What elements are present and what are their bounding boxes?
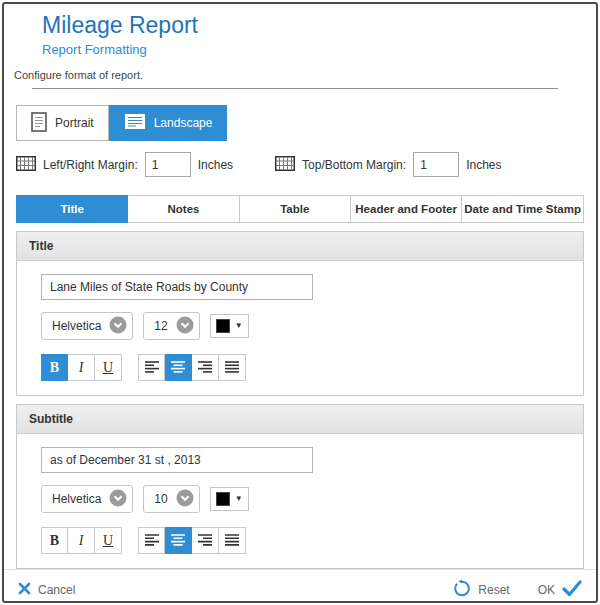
underline-button[interactable]: U	[95, 354, 122, 381]
caret-down-icon: ▼	[235, 495, 243, 503]
title-font-size-value: 12	[154, 319, 167, 333]
page-title: Mileage Report	[42, 12, 596, 39]
caret-down-icon: ▼	[235, 322, 243, 330]
title-font-row: Helvetica 12 ▼	[41, 312, 559, 340]
title-font-size-dropdown[interactable]: 12	[143, 312, 199, 340]
left-right-margin-label: Left/Right Margin:	[43, 158, 138, 172]
mileage-report-dialog: Mileage Report Report Formatting Configu…	[2, 2, 598, 603]
title-panel-header: Title	[17, 232, 583, 261]
portrait-button[interactable]: Portrait	[16, 105, 109, 141]
subtitle-panel-header: Subtitle	[17, 405, 583, 434]
title-text-input[interactable]	[41, 274, 313, 300]
align-left-icon	[145, 360, 159, 376]
landscape-button[interactable]: Landscape	[109, 105, 228, 141]
top-bottom-margin-label: Top/Bottom Margin:	[302, 158, 406, 172]
tab-title[interactable]: Title	[16, 195, 128, 223]
orientation-toggle: Portrait Landscape	[16, 105, 584, 141]
align-right-icon	[198, 360, 212, 376]
align-center-button[interactable]	[165, 527, 192, 554]
page-subtitle: Report Formatting	[42, 42, 596, 57]
subtitle-font-size-value: 10	[154, 492, 167, 506]
reset-icon	[453, 579, 471, 600]
subtitle-font-family-dropdown[interactable]: Helvetica	[41, 485, 133, 513]
reset-button[interactable]: Reset	[453, 579, 509, 600]
top-bottom-margin-input[interactable]	[413, 152, 459, 177]
align-justify-button[interactable]	[219, 527, 246, 554]
cancel-x-icon	[18, 582, 31, 598]
subtitle-style-group: B I U	[41, 527, 122, 554]
top-bottom-margin-units: Inches	[466, 158, 501, 172]
italic-button[interactable]: I	[68, 527, 95, 554]
align-center-icon	[171, 533, 185, 549]
dialog-body: Mileage Report Report Formatting Configu…	[4, 4, 596, 603]
align-center-button[interactable]	[165, 354, 192, 381]
left-right-margin-units: Inches	[198, 158, 233, 172]
underline-button[interactable]: U	[95, 527, 122, 554]
align-right-button[interactable]	[192, 527, 219, 554]
top-bottom-margin-group: Top/Bottom Margin: Inches	[275, 152, 501, 177]
format-tabs: Title Notes Table Header and Footer Date…	[16, 195, 584, 223]
subtitle-panel: Subtitle Helvetica 10	[16, 404, 584, 569]
color-swatch	[216, 319, 230, 333]
align-left-icon	[145, 533, 159, 549]
margins-row: Left/Right Margin: Inches Top/Bottom Mar…	[16, 152, 584, 177]
portrait-page-icon	[31, 112, 47, 135]
subtitle-font-family-value: Helvetica	[52, 492, 101, 506]
ok-button[interactable]: OK	[538, 580, 582, 600]
description-text: Configure format of report.	[14, 69, 596, 81]
tab-notes[interactable]: Notes	[128, 195, 239, 223]
chevron-down-icon	[109, 316, 127, 337]
ok-label: OK	[538, 583, 555, 597]
subtitle-format-row: B I U	[41, 527, 559, 554]
align-justify-icon	[225, 533, 239, 549]
chevron-down-icon	[176, 316, 194, 337]
title-panel-body: Helvetica 12 ▼	[17, 261, 583, 395]
margin-grid-icon	[16, 156, 36, 174]
align-right-button[interactable]	[192, 354, 219, 381]
color-swatch	[216, 492, 230, 506]
chevron-down-icon	[109, 489, 127, 510]
portrait-label: Portrait	[55, 116, 94, 130]
subtitle-align-group	[138, 527, 246, 554]
tab-header-and-footer[interactable]: Header and Footer	[351, 195, 462, 223]
cancel-label: Cancel	[38, 583, 75, 597]
align-justify-icon	[225, 360, 239, 376]
align-center-icon	[171, 360, 185, 376]
margin-grid-icon	[275, 156, 295, 174]
title-panel: Title Helvetica 12	[16, 231, 584, 396]
cancel-button[interactable]: Cancel	[18, 582, 75, 598]
divider-line	[32, 88, 558, 89]
tab-table[interactable]: Table	[240, 195, 351, 223]
left-right-margin-group: Left/Right Margin: Inches	[16, 152, 233, 177]
subtitle-text-input[interactable]	[41, 447, 313, 473]
subtitle-panel-body: Helvetica 10 ▼	[17, 434, 583, 568]
chevron-down-icon	[176, 489, 194, 510]
title-style-group: B I U	[41, 354, 122, 381]
title-format-row: B I U	[41, 354, 559, 381]
ok-check-icon	[562, 580, 582, 600]
landscape-label: Landscape	[154, 116, 213, 130]
subtitle-font-color-picker[interactable]: ▼	[210, 487, 249, 511]
bold-button[interactable]: B	[41, 354, 68, 381]
title-font-family-dropdown[interactable]: Helvetica	[41, 312, 133, 340]
left-right-margin-input[interactable]	[145, 152, 191, 177]
tab-date-and-time-stamp[interactable]: Date and Time Stamp	[462, 195, 584, 223]
align-left-button[interactable]	[138, 527, 165, 554]
title-font-family-value: Helvetica	[52, 319, 101, 333]
title-align-group	[138, 354, 246, 381]
subtitle-font-size-dropdown[interactable]: 10	[143, 485, 199, 513]
align-justify-button[interactable]	[219, 354, 246, 381]
dialog-footer: Cancel Reset OK	[4, 569, 596, 603]
landscape-page-icon	[124, 113, 146, 133]
title-font-color-picker[interactable]: ▼	[210, 314, 249, 338]
align-right-icon	[198, 533, 212, 549]
bold-button[interactable]: B	[41, 527, 68, 554]
italic-button[interactable]: I	[68, 354, 95, 381]
subtitle-font-row: Helvetica 10 ▼	[41, 485, 559, 513]
reset-label: Reset	[478, 583, 509, 597]
align-left-button[interactable]	[138, 354, 165, 381]
